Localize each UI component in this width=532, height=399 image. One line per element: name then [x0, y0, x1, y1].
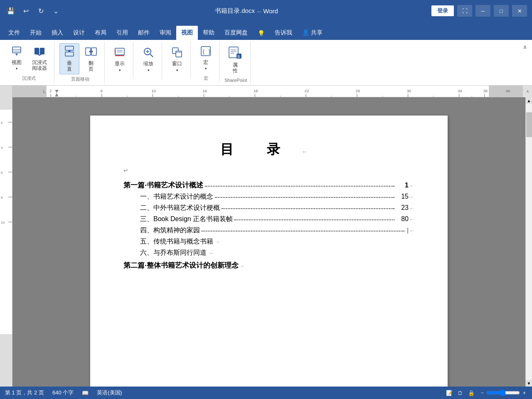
svg-text:2: 2: [49, 89, 52, 93]
ribbon-group-page-move-buttons: 垂直 翻页: [59, 42, 101, 76]
status-bar-left: 第 1 页，共 2 页 640 个字 📖 英语(美国): [5, 389, 122, 397]
document-area[interactable]: 目 录 ← ↵ 第一篇·书籍艺术设计概述 1 ← 一、书籍艺术设计的概念 15 …: [12, 97, 525, 387]
toc-entry-4: 四、构筑精神的家园 | ←: [140, 226, 414, 235]
ribbon-window-label: 窗口▾: [172, 61, 182, 73]
scrollbar-track[interactable]: [526, 104, 532, 380]
ribbon-group-window-buttons: 窗口▾: [167, 42, 187, 78]
cursor-mark: |: [407, 227, 409, 234]
ribbon-group-zoom-buttons: 缩放▾: [138, 42, 158, 78]
ribbon-page-move-label: 页面移动: [59, 76, 101, 84]
ribbon-group-sharepoint: S 属性 SharePoint: [221, 42, 251, 84]
restore-button[interactable]: □: [494, 5, 509, 17]
menu-bar: 文件 开始 插入 设计 布局 引用 邮件 审阅 视图 帮助 百度网盘 💡 告诉我…: [0, 22, 532, 40]
svg-rect-4: [34, 48, 39, 54]
qat-more-button[interactable]: ⌄: [50, 5, 62, 17]
horizontal-ruler: 2 6 10 14 18 22 26 30 34: [12, 86, 523, 97]
ruler-collapse-button[interactable]: ∧: [523, 86, 532, 97]
ribbon-view-label: 视图▾: [12, 59, 22, 71]
scrollbar-thumb[interactable]: [526, 112, 532, 137]
svg-text:18: 18: [254, 89, 258, 93]
toc-entry-6: 六、与乔布斯同行同道 ←: [140, 249, 414, 257]
close-button[interactable]: ✕: [512, 5, 527, 17]
book-icon[interactable]: 📖: [82, 390, 89, 396]
collapse-arrow-icon: ∧: [523, 44, 527, 50]
ribbon-immersive-label: 沉浸式: [7, 75, 51, 83]
menu-baidu[interactable]: 百度网盘: [219, 26, 253, 40]
login-button[interactable]: 登录: [431, 5, 454, 16]
svg-rect-8: [65, 46, 74, 50]
menu-home[interactable]: 开始: [25, 26, 47, 40]
collapse-ribbon-button[interactable]: ⛶: [457, 5, 472, 17]
menu-design[interactable]: 设计: [68, 26, 90, 40]
menu-references[interactable]: 引用: [111, 26, 133, 40]
ribbon-window-button[interactable]: 窗口▾: [167, 44, 187, 75]
svg-line-24: [150, 54, 153, 57]
menu-layout[interactable]: 布局: [90, 26, 111, 40]
minimize-button[interactable]: ─: [475, 5, 490, 17]
menu-lightbulb-icon[interactable]: 💡: [253, 27, 270, 40]
toc-section-2-text: 第二篇·整体书籍艺术设计的创新理念: [123, 261, 239, 270]
menu-view[interactable]: 视图: [176, 26, 198, 40]
qat-undo-button[interactable]: ↩: [20, 5, 32, 17]
immersive-reader-icon: [34, 45, 45, 59]
menu-share[interactable]: 👤 共享: [297, 26, 328, 40]
vertical-scrollbar[interactable]: ▲ ▼: [525, 97, 532, 387]
toc-dots-1: [205, 186, 394, 187]
ruler-area: 2 6 10 14 18 22 26 30 34: [0, 86, 532, 97]
main-area: - 2 4 6 8 10 目 录 ← ↵ 第一篇·: [0, 97, 532, 387]
toc-section-2: 第二篇·整体书籍艺术设计的创新理念 ←: [123, 261, 414, 270]
scrollbar-up-button[interactable]: ▲: [526, 97, 532, 104]
svg-text:10: 10: [152, 89, 156, 93]
svg-rect-0: [12, 47, 21, 53]
menu-help[interactable]: 帮助: [198, 26, 219, 40]
vertical-scroll-icon: [63, 45, 76, 59]
layout-icon[interactable]: 🗋: [458, 390, 463, 396]
menu-review[interactable]: 审阅: [155, 26, 176, 40]
menu-tell-me[interactable]: 告诉我: [270, 26, 297, 40]
qat-redo-button[interactable]: ↻: [35, 5, 47, 17]
ribbon-show-group-label: [110, 78, 130, 79]
ribbon: 视图▾ 沉浸式阅读器 沉浸式: [0, 40, 532, 86]
ribbon-immersive-reader-button[interactable]: 沉浸式阅读器: [28, 43, 51, 74]
svg-marker-7: [37, 54, 42, 56]
ribbon-immersive-reader-label: 沉浸式阅读器: [32, 59, 47, 71]
toc-entry-5-text: 五、传统书籍与概念书籍: [140, 238, 213, 245]
ribbon-collapse-button[interactable]: ∧: [521, 42, 529, 52]
ribbon-window-group-label: [167, 78, 187, 79]
ribbon-properties-button[interactable]: S 属性: [224, 43, 246, 76]
ribbon-group-immersive: 视图▾ 沉浸式阅读器 沉浸式: [3, 42, 54, 83]
page-info: 第 1 页，共 2 页: [5, 389, 44, 397]
language[interactable]: 英语(美国): [97, 389, 122, 397]
svg-marker-3: [15, 54, 18, 56]
ribbon-show-button[interactable]: 显示▾: [110, 44, 130, 75]
toc-page-e1: 15: [396, 193, 409, 200]
ribbon-vertical-button[interactable]: 垂直: [59, 43, 79, 74]
zoom-icon: [143, 47, 154, 60]
menu-insert[interactable]: 插入: [47, 26, 68, 40]
edit-mode-icon[interactable]: 📝: [446, 390, 453, 396]
menu-file[interactable]: 文件: [3, 26, 25, 40]
lock-icon[interactable]: 🔒: [468, 390, 475, 396]
ribbon-group-sharepoint-buttons: S 属性: [224, 42, 247, 78]
svg-text:S: S: [237, 54, 240, 59]
ribbon-show-label: 显示▾: [115, 61, 125, 73]
zoom-slider[interactable]: － ＋: [480, 389, 527, 397]
ribbon-flip-page-button[interactable]: 翻页: [81, 43, 101, 74]
macro-icon: { }: [200, 45, 212, 59]
ribbon-macro-button[interactable]: { } 宏▾: [196, 43, 216, 74]
ribbon-view-button[interactable]: 视图▾: [7, 43, 27, 74]
svg-text:10: 10: [1, 221, 5, 224]
zoom-out-icon[interactable]: －: [480, 389, 485, 397]
svg-text:2: 2: [1, 121, 3, 125]
qat-save-button[interactable]: 💾: [5, 5, 17, 17]
ribbon-zoom-button[interactable]: 缩放▾: [138, 44, 158, 75]
scrollbar-down-button[interactable]: ▼: [526, 380, 532, 387]
app-name: Word: [263, 7, 278, 15]
zoom-range-input[interactable]: [487, 389, 520, 396]
zoom-in-icon[interactable]: ＋: [522, 389, 527, 397]
ribbon-sharepoint-group-label: SharePoint: [224, 78, 247, 84]
menu-mail[interactable]: 邮件: [133, 26, 155, 40]
document-page: 目 录 ← ↵ 第一篇·书籍艺术设计概述 1 ← 一、书籍艺术设计的概念 15 …: [90, 116, 448, 387]
toc-page-e2: 23: [396, 204, 409, 212]
svg-rect-38: [12, 86, 523, 97]
